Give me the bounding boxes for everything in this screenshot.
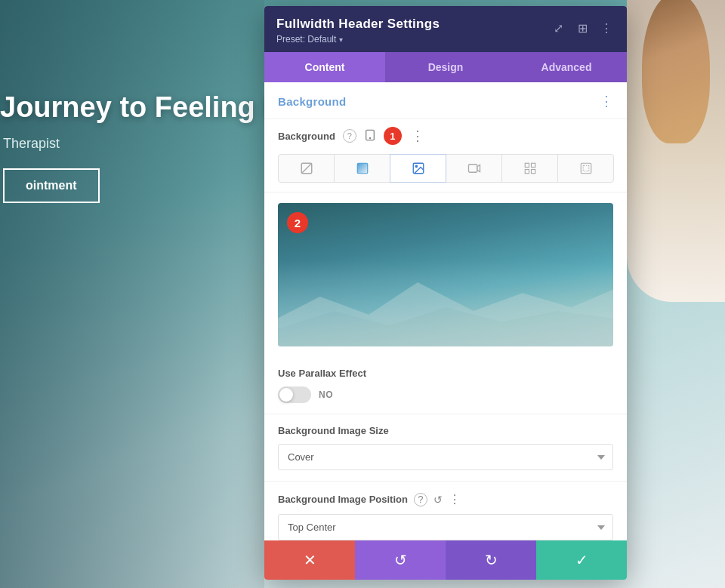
action-bar: ✕ ↺ ↻ ✓ [264, 540, 627, 580]
image-position-inner: 3 Background Image Position ? ↺ ⋮ Top Le… [278, 492, 613, 540]
panel-tabs: Content Design Advanced [264, 52, 627, 82]
panel-body: Background ⋮ Background ? 1 ⋮ [264, 82, 627, 540]
svg-rect-7 [525, 163, 529, 167]
image-size-select[interactable]: Cover Contain Auto Custom [278, 444, 613, 470]
image-position-select[interactable]: Top Left Top Center Top Right Center Lef… [278, 514, 613, 540]
device-icon[interactable] [364, 129, 376, 143]
svg-rect-12 [583, 165, 589, 171]
expand-icon[interactable]: ⤢ [550, 20, 566, 36]
svg-rect-10 [531, 170, 535, 174]
position-reset-icon[interactable]: ↺ [433, 494, 443, 506]
image-position-label-row: Background Image Position ? ↺ ⋮ [278, 492, 613, 506]
person-hair [642, 0, 710, 143]
background-row: Background ? 1 ⋮ [264, 119, 627, 151]
bg-type-none[interactable] [278, 154, 335, 183]
parallax-section: Use Parallax Effect NO [264, 357, 627, 414]
panel-title: Fullwidth Header Settings [276, 17, 440, 32]
toggle-knob [279, 388, 293, 402]
redo-icon: ↻ [485, 551, 498, 569]
background-dots-menu[interactable]: ⋮ [411, 128, 424, 144]
background-type-icons [264, 151, 627, 192]
svg-rect-6 [468, 165, 477, 173]
parallax-toggle[interactable] [278, 386, 311, 403]
background-preview[interactable]: 2 [278, 203, 613, 346]
position-help-icon[interactable]: ? [414, 493, 427, 506]
cancel-button[interactable]: ✕ [264, 540, 355, 580]
tab-design[interactable]: Design [385, 52, 506, 82]
section-menu-icon[interactable]: ⋮ [600, 93, 613, 109]
settings-panel: Fullwidth Header Settings Preset: Defaul… [264, 6, 627, 580]
panel-header-icons: ⤢ ⊞ ⋮ [550, 20, 615, 36]
section-header: Background ⋮ [264, 82, 627, 119]
svg-point-5 [415, 165, 417, 167]
svg-rect-11 [581, 163, 591, 174]
undo-button[interactable]: ↺ [355, 540, 446, 580]
save-button[interactable]: ✓ [536, 540, 627, 580]
svg-rect-8 [531, 163, 535, 167]
bg-type-color[interactable] [334, 154, 390, 183]
bg-type-video[interactable] [446, 154, 502, 183]
bg-type-pattern[interactable] [501, 154, 558, 183]
parallax-toggle-row: NO [278, 386, 613, 403]
step-badge-2: 2 [287, 212, 308, 233]
person-image [627, 0, 725, 302]
section-title: Background [278, 95, 347, 108]
undo-icon: ↺ [394, 551, 407, 569]
tab-content[interactable]: Content [264, 52, 385, 82]
toggle-value-label: NO [319, 389, 333, 400]
image-size-label: Background Image Size [278, 425, 613, 436]
bg-type-mask[interactable] [557, 154, 614, 183]
svg-rect-3 [357, 163, 368, 174]
position-menu-icon[interactable]: ⋮ [449, 492, 461, 506]
columns-icon[interactable]: ⊞ [574, 20, 591, 36]
help-icon[interactable]: ? [343, 129, 356, 143]
image-position-label: Background Image Position [278, 494, 408, 505]
panel-menu-icon[interactable]: ⋮ [598, 20, 615, 36]
parallax-label: Use Parallax Effect [278, 368, 613, 379]
panel-header-left: Fullwidth Header Settings Preset: Defaul… [276, 17, 440, 45]
website-cta-button[interactable]: ointment [3, 168, 100, 203]
cancel-icon: ✕ [304, 551, 316, 569]
bg-type-image[interactable] [390, 154, 446, 183]
image-position-section: 3 Background Image Position ? ↺ ⋮ Top Le… [264, 482, 627, 540]
background-label: Background [278, 131, 335, 142]
image-size-section: Background Image Size Cover Contain Auto… [264, 414, 627, 482]
step-badge-1: 1 [384, 127, 402, 145]
panel-header: Fullwidth Header Settings Preset: Defaul… [264, 6, 627, 52]
redo-button[interactable]: ↻ [446, 540, 536, 580]
tab-advanced[interactable]: Advanced [506, 52, 627, 82]
svg-rect-9 [525, 170, 529, 174]
panel-preset[interactable]: Preset: Default [276, 34, 440, 45]
save-icon: ✓ [575, 551, 588, 569]
preset-label: Preset: Default [276, 34, 336, 45]
svg-point-1 [369, 137, 370, 138]
